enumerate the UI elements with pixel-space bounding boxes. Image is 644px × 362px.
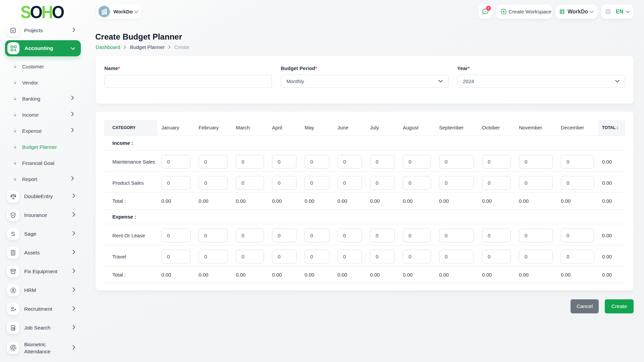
svg-text:S: S xyxy=(11,231,15,237)
